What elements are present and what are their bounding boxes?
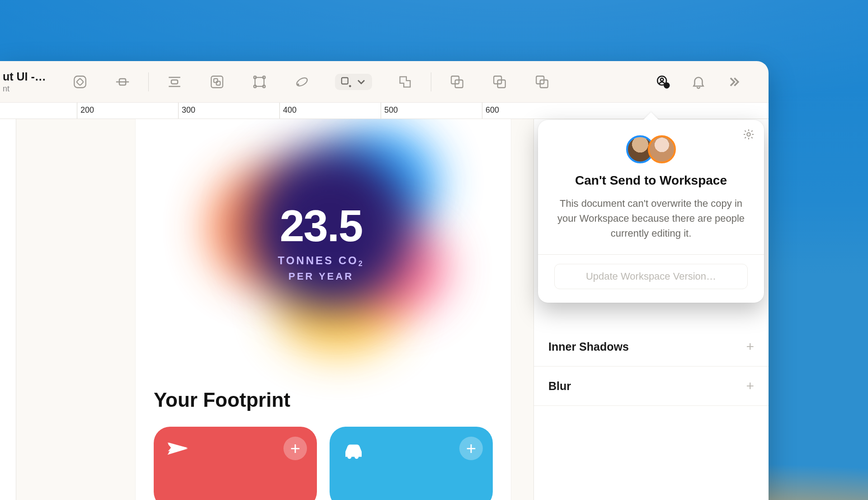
notifications-button[interactable] bbox=[689, 72, 708, 91]
overflow-menu-button[interactable] bbox=[724, 72, 743, 91]
ruler-tick-label: 200 bbox=[80, 105, 94, 115]
inspector-section-label: Inner Shadows bbox=[548, 340, 629, 353]
ruler-tick-label: 600 bbox=[486, 105, 499, 115]
bell-icon bbox=[691, 74, 706, 90]
difference-button[interactable] bbox=[533, 72, 552, 91]
footprint-card-travel[interactable]: + bbox=[154, 427, 317, 500]
toolbar-separator bbox=[148, 72, 149, 91]
svg-rect-9 bbox=[217, 81, 221, 85]
car-icon bbox=[341, 457, 366, 464]
distribute-vertical-button[interactable] bbox=[165, 72, 184, 91]
vertical-ruler[interactable] bbox=[0, 119, 16, 500]
svg-point-18 bbox=[349, 85, 351, 87]
svg-rect-28 bbox=[666, 83, 668, 86]
hero-value: 23.5 bbox=[278, 200, 364, 252]
add-button[interactable]: + bbox=[283, 437, 307, 460]
avatar bbox=[648, 135, 676, 163]
rotate-copies-button[interactable] bbox=[292, 72, 311, 91]
divider bbox=[538, 254, 764, 255]
svg-rect-29 bbox=[666, 86, 668, 88]
toolbar: ut UI -… nt bbox=[0, 61, 769, 103]
popover-title: Can't Send to Workspace bbox=[554, 173, 748, 188]
ruler-tick-label: 300 bbox=[182, 105, 195, 115]
footprint-card-car[interactable]: + bbox=[330, 427, 493, 500]
document-subtitle: nt bbox=[3, 84, 50, 94]
add-button[interactable]: + bbox=[459, 437, 483, 460]
svg-point-15 bbox=[295, 76, 308, 87]
update-workspace-version-button[interactable]: Update Workspace Version… bbox=[554, 264, 748, 289]
hero-line1: TONNES CO2 bbox=[278, 254, 364, 267]
add-inner-shadow-button[interactable]: + bbox=[746, 339, 754, 354]
svg-rect-5 bbox=[171, 80, 178, 84]
svg-rect-7 bbox=[211, 76, 223, 88]
gear-icon bbox=[742, 128, 755, 141]
airplane-icon bbox=[165, 457, 190, 464]
hero-graphic: 23.5 TONNES CO2 PER YEAR bbox=[194, 119, 448, 354]
document-title: ut UI -… bbox=[3, 70, 50, 83]
shape-tool-button[interactable] bbox=[71, 72, 90, 91]
popover-settings-button[interactable] bbox=[742, 128, 755, 141]
inspector-section-inner-shadows[interactable]: Inner Shadows + bbox=[534, 327, 769, 367]
add-blur-button[interactable]: + bbox=[746, 378, 754, 394]
svg-point-16 bbox=[297, 83, 299, 86]
svg-rect-1 bbox=[76, 78, 84, 85]
svg-point-26 bbox=[660, 78, 664, 81]
ruler-tick-label: 500 bbox=[384, 105, 398, 115]
chevron-down-icon bbox=[355, 76, 368, 88]
svg-rect-8 bbox=[214, 78, 218, 82]
collaborator-avatars bbox=[554, 135, 748, 163]
canvas[interactable]: 23.5 TONNES CO2 PER YEAR Your Footprint … bbox=[0, 119, 533, 500]
inspector-section-blur[interactable]: Blur + bbox=[534, 367, 769, 406]
svg-rect-10 bbox=[255, 77, 264, 86]
group-button[interactable] bbox=[208, 72, 226, 91]
svg-rect-17 bbox=[342, 77, 348, 84]
svg-point-30 bbox=[747, 133, 750, 136]
artboard[interactable]: 23.5 TONNES CO2 PER YEAR Your Footprint … bbox=[136, 119, 511, 500]
app-window: ut UI -… nt bbox=[0, 61, 769, 500]
intersect-button[interactable] bbox=[490, 72, 509, 91]
popover-body: This document can't overwrite the copy i… bbox=[554, 196, 748, 241]
workspace-conflict-popover: Can't Send to Workspace This document ca… bbox=[538, 120, 764, 303]
ruler-tick-label: 400 bbox=[283, 105, 297, 115]
toolbar-separator bbox=[431, 72, 431, 91]
document-title-block: ut UI -… nt bbox=[0, 70, 59, 94]
subtract-button[interactable] bbox=[448, 72, 467, 91]
hero-line2: PER YEAR bbox=[278, 271, 364, 282]
edit-points-button[interactable] bbox=[250, 72, 269, 91]
scale-dropdown[interactable] bbox=[335, 74, 372, 90]
align-vertical-center-button[interactable] bbox=[113, 72, 132, 91]
inspector-section-label: Blur bbox=[548, 380, 571, 393]
collaboration-status-icon[interactable] bbox=[654, 72, 673, 91]
cards-row: + + bbox=[154, 427, 493, 500]
chevrons-right-icon bbox=[726, 74, 741, 90]
svg-rect-0 bbox=[74, 76, 86, 88]
union-button[interactable] bbox=[396, 72, 415, 91]
section-title: Your Footprint bbox=[154, 389, 290, 411]
